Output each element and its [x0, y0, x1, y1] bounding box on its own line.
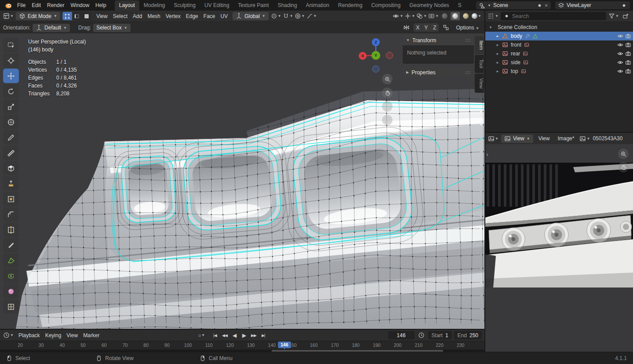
- tool-inset-faces[interactable]: [3, 192, 19, 206]
- disclosure-icon[interactable]: ▸: [495, 51, 500, 56]
- gizmo-axis-y[interactable]: Y: [371, 51, 380, 60]
- search-field[interactable]: [501, 12, 606, 20]
- orientation-setting-dropdown[interactable]: Default ▼: [33, 24, 70, 32]
- region-expand-icon[interactable]: ‹: [486, 150, 488, 158]
- ruler-tick-90[interactable]: 90: [164, 342, 170, 348]
- tool-select-box[interactable]: [3, 38, 19, 52]
- pan-hand-icon[interactable]: [618, 162, 629, 172]
- ruler-tick-210[interactable]: 210: [415, 342, 423, 348]
- clock-icon[interactable]: [417, 331, 426, 339]
- panel-grip-icon[interactable]: [465, 71, 470, 74]
- jump-start-icon[interactable]: |◀: [211, 331, 219, 339]
- viewport-menu-face[interactable]: Face: [201, 12, 218, 20]
- falloff-curve-icon[interactable]: ▼: [306, 12, 317, 20]
- mirror-icon[interactable]: [402, 23, 411, 32]
- disclosure-icon[interactable]: ▸: [495, 69, 500, 73]
- disclosure-icon[interactable]: ▾: [488, 25, 493, 29]
- transform-panel-header[interactable]: ▼ Transform: [403, 35, 474, 45]
- timeline-menu-marker[interactable]: Marker: [80, 331, 102, 339]
- ruler-tick-70[interactable]: 70: [123, 342, 128, 348]
- properties-panel-header[interactable]: ▶ Properties: [403, 67, 474, 77]
- outliner-editor-icon[interactable]: ▼: [488, 12, 498, 20]
- tab-rendering[interactable]: Rendering: [334, 0, 367, 11]
- gizmo-axis-z-neg[interactable]: [372, 66, 379, 73]
- gizmo-axis-x[interactable]: X: [359, 52, 367, 60]
- shading-rendered-icon[interactable]: ▼: [472, 12, 481, 20]
- ruler-tick-160[interactable]: 160: [310, 342, 318, 348]
- timeline-menu-view[interactable]: View: [64, 331, 80, 339]
- drag-setting-dropdown[interactable]: Select Box ▼: [93, 24, 130, 32]
- ruler-tick-50[interactable]: 50: [80, 342, 86, 348]
- scene-selector[interactable]: ▼ Scene ✕: [476, 1, 551, 9]
- image-editor-icon[interactable]: ▼: [488, 135, 498, 143]
- auto-keying-icon[interactable]: ○▼: [197, 331, 206, 339]
- tool-spin[interactable]: [3, 269, 19, 283]
- ruler-tick-220[interactable]: 220: [436, 342, 444, 348]
- viewport-menu-edge[interactable]: Edge: [183, 12, 201, 20]
- sidebar-tab-view[interactable]: View: [475, 74, 484, 93]
- xray-icon[interactable]: ▼: [428, 12, 439, 20]
- tool-transform[interactable]: [3, 115, 19, 129]
- menu-window[interactable]: Window: [67, 1, 92, 10]
- timeline-ruler[interactable]: 146 203040506070809010011012013014015016…: [0, 341, 484, 349]
- image-image-menu[interactable]: Image*: [555, 135, 577, 142]
- outliner-item-scene-collection[interactable]: ▾ Scene Collection: [485, 23, 633, 32]
- mode-dropdown[interactable]: Edit Mode ▼: [16, 12, 60, 20]
- tool-edge-slide[interactable]: [3, 299, 19, 314]
- playhead[interactable]: 146: [278, 342, 291, 348]
- ruler-tick-170[interactable]: 170: [331, 342, 339, 348]
- shading-solid-icon[interactable]: [451, 12, 460, 20]
- outliner-item-front[interactable]: ▸front: [485, 40, 633, 49]
- eye-icon[interactable]: [617, 68, 623, 74]
- visibility-icon[interactable]: ▼: [393, 12, 403, 20]
- viewlayer-selector[interactable]: ViewLayer: [555, 1, 630, 9]
- tab-compositing[interactable]: Compositing: [367, 0, 405, 11]
- disclosure-icon[interactable]: ▸: [495, 34, 500, 38]
- image-datablock-icon[interactable]: ▼: [579, 135, 590, 143]
- ruler-tick-140[interactable]: 140: [268, 342, 276, 348]
- tab-geometry-nodes[interactable]: Geometry Nodes: [405, 0, 454, 11]
- image-view-menu[interactable]: View: [536, 135, 553, 142]
- viewport-menu-mesh[interactable]: Mesh: [145, 12, 163, 20]
- gizmo-axis-z[interactable]: Z: [372, 38, 380, 46]
- tool-poly-build[interactable]: [3, 253, 19, 268]
- sidebar-tab-item[interactable]: Item: [475, 36, 484, 54]
- timeline-editor-icon[interactable]: ▼: [3, 331, 14, 339]
- tool-loop-cut[interactable]: [3, 222, 19, 237]
- tool-knife[interactable]: [3, 238, 19, 252]
- tab-s[interactable]: S: [454, 0, 466, 11]
- ruler-tick-200[interactable]: 200: [394, 342, 402, 348]
- snap-magnet-icon[interactable]: ▼: [283, 12, 293, 20]
- mirror-axis-y[interactable]: Y: [422, 23, 430, 32]
- tool-scale[interactable]: [3, 99, 19, 114]
- tool-bevel[interactable]: [3, 207, 19, 222]
- ruler-tick-180[interactable]: 180: [352, 342, 360, 348]
- image-editor-body[interactable]: ‹: [485, 144, 633, 353]
- face-select-icon[interactable]: [82, 12, 91, 20]
- tab-animation[interactable]: Animation: [302, 0, 334, 11]
- snap-to-icon[interactable]: [441, 23, 451, 32]
- viewport-menu-uv[interactable]: UV: [218, 12, 230, 20]
- next-keyframe-icon[interactable]: ▶▶: [249, 331, 258, 339]
- gizmo-icon[interactable]: ▼: [404, 12, 415, 20]
- viewport-menu-view[interactable]: View: [94, 12, 110, 20]
- camera-view-icon[interactable]: [382, 101, 393, 112]
- tab-texture-paint[interactable]: Texture Paint: [234, 0, 273, 11]
- panel-grip-icon[interactable]: [465, 39, 470, 42]
- jump-end-icon[interactable]: ▶|: [259, 331, 268, 339]
- sidebar-tab-tool[interactable]: Tool: [475, 55, 484, 73]
- ruler-tick-20[interactable]: 20: [18, 342, 23, 348]
- filter-icon[interactable]: ▼: [608, 12, 619, 20]
- shading-wireframe-icon[interactable]: [440, 12, 449, 20]
- menu-render[interactable]: Render: [44, 1, 67, 10]
- tool-annotate[interactable]: [3, 130, 19, 145]
- eye-icon[interactable]: [617, 51, 623, 57]
- ruler-tick-100[interactable]: 100: [184, 342, 192, 348]
- mirror-axis-x[interactable]: X: [414, 23, 422, 32]
- tool-cursor[interactable]: [3, 53, 19, 68]
- tab-sculpting[interactable]: Sculpting: [170, 0, 200, 11]
- eye-icon[interactable]: [617, 33, 623, 39]
- camera-icon[interactable]: [625, 59, 631, 66]
- disclosure-icon[interactable]: ▸: [495, 60, 500, 65]
- tool-smooth[interactable]: [3, 284, 19, 298]
